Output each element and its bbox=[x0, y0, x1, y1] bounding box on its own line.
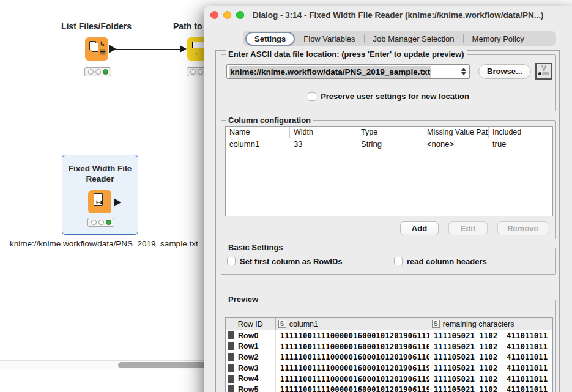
cell-name: column1 bbox=[226, 138, 290, 150]
flow-variable-button[interactable]: V bbox=[535, 63, 552, 80]
output-port[interactable] bbox=[114, 198, 121, 207]
scrollbar-thumb[interactable] bbox=[118, 362, 211, 368]
column-header-name[interactable]: Name bbox=[226, 127, 290, 138]
flow-variable-v-icon: V bbox=[541, 64, 546, 73]
table-row[interactable]: Row0 111110011110000016000101201906111 1… bbox=[226, 330, 552, 341]
table-row[interactable]: column1 33 String <none> true bbox=[226, 138, 552, 150]
row-color-icon bbox=[228, 331, 234, 339]
file-location-group: Enter ASCII data file location: (press '… bbox=[221, 54, 556, 111]
read-headers-checkbox[interactable]: read column headers bbox=[394, 257, 555, 266]
cell-missing-value: <none> bbox=[423, 138, 489, 150]
status-dot-configured bbox=[198, 69, 203, 75]
arrow-icon: → bbox=[192, 50, 199, 56]
column-header-missing-value[interactable]: Missing Value Pat... bbox=[423, 127, 489, 138]
column-config-table[interactable]: Name Width Type Missing Value Pat... Inc… bbox=[225, 126, 553, 216]
flow-variable-dot-icon bbox=[538, 72, 541, 75]
cell-column1: 111110011110000016000101201906111 bbox=[276, 331, 429, 340]
status-dot-executed bbox=[103, 69, 108, 75]
table-row[interactable]: Row2 111110011110000016000101201906110 1… bbox=[226, 352, 552, 363]
cell-remaining: 111105021 1102 411011011 bbox=[429, 385, 552, 392]
node-title: Fixed Width File Reader bbox=[66, 164, 134, 185]
file-location-combobox[interactable]: knime://knime.workflow/data/PNS_2019_sam… bbox=[226, 64, 470, 79]
cell-remaining: 111105021 1102 411011011 bbox=[429, 342, 552, 351]
group-legend: Preview bbox=[226, 295, 261, 304]
checkbox-label: read column headers bbox=[407, 257, 487, 266]
cell-remaining: 111105021 1102 411011011 bbox=[429, 331, 552, 340]
tab-bar: Settings Flow Variables Job Manager Sele… bbox=[243, 31, 556, 46]
tab-settings[interactable]: Settings bbox=[245, 32, 295, 46]
settings-tab-panel: Enter ASCII data file location: (press '… bbox=[215, 50, 560, 392]
edit-button[interactable]: Edit bbox=[448, 221, 488, 235]
row-id: Row5 bbox=[238, 385, 258, 392]
row-color-icon bbox=[228, 353, 234, 361]
column-header-width[interactable]: Width bbox=[290, 127, 357, 138]
status-dot-idle bbox=[91, 220, 97, 225]
table-row[interactable]: Row4 111110011110000016000101201906119 1… bbox=[226, 373, 552, 384]
cell-column1: 111110011110000016000101201906110 bbox=[276, 342, 429, 351]
status-dot-configured bbox=[95, 69, 101, 75]
column-header-label: column1 bbox=[289, 320, 318, 328]
combo-stepper-icon[interactable] bbox=[461, 68, 466, 75]
row-color-icon bbox=[228, 375, 234, 383]
file-location-value: knime://knime.workflow/data/PNS_2019_sam… bbox=[229, 66, 431, 78]
browse-button[interactable]: Browse... bbox=[478, 64, 531, 79]
table-row[interactable]: Row1 111110011110000016000101201906110 1… bbox=[226, 341, 552, 352]
close-icon[interactable] bbox=[210, 11, 218, 19]
preview-group: Preview Row ID S column1 S remaining cha… bbox=[221, 300, 556, 392]
table-header-row: Name Width Type Missing Value Pat... Inc… bbox=[226, 127, 552, 138]
remove-button[interactable]: Remove bbox=[497, 221, 548, 235]
cell-column1: 111110011110000016000101201906119 bbox=[276, 374, 429, 383]
zoom-icon[interactable] bbox=[236, 11, 244, 19]
column-header-type[interactable]: Type bbox=[357, 127, 423, 138]
column-config-buttons: Add Edit Remove bbox=[221, 221, 548, 235]
list-files-node[interactable]: ↳ ☰ bbox=[85, 37, 108, 61]
dialog-title: Dialog - 3:14 - Fixed Width File Reader … bbox=[253, 10, 543, 20]
connection-edge[interactable] bbox=[116, 49, 181, 50]
row-color-icon bbox=[228, 385, 234, 392]
column-configuration-group: Column configuration Name Width Type Mis… bbox=[221, 120, 556, 239]
row-id: Row1 bbox=[238, 342, 258, 350]
string-type-icon: S bbox=[432, 320, 440, 328]
arrow-icon: ↦ bbox=[96, 198, 103, 206]
node-label-list-files: List Files/Folders bbox=[55, 21, 138, 31]
node-status-traffic-light bbox=[84, 67, 111, 76]
connection-arrowhead bbox=[180, 45, 187, 53]
preserve-settings-checkbox[interactable]: Preserve user settings for new location bbox=[308, 92, 469, 101]
output-port[interactable] bbox=[109, 45, 116, 53]
row-id: Row4 bbox=[238, 374, 258, 383]
node-config-dialog: Dialog - 3:14 - Fixed Width File Reader … bbox=[204, 6, 572, 392]
row-color-icon bbox=[228, 342, 234, 350]
checkbox-label: Preserve user settings for new location bbox=[321, 92, 469, 101]
node-status-traffic-light bbox=[87, 218, 114, 227]
table-row[interactable]: Row5 111110011110000016000101201906119 1… bbox=[226, 384, 552, 392]
table-row[interactable]: Row3 111110011110000016000101201906119 1… bbox=[226, 363, 552, 374]
add-button[interactable]: Add bbox=[400, 221, 439, 235]
group-legend: Enter ASCII data file location: (press '… bbox=[226, 50, 467, 59]
column-header-label: remaining characters bbox=[443, 320, 514, 328]
reader-node-icon: ↦ bbox=[88, 190, 111, 213]
cell-type: String bbox=[357, 138, 423, 150]
dialog-titlebar[interactable]: Dialog - 3:14 - Fixed Width File Reader … bbox=[204, 6, 572, 24]
cell-remaining: 111105021 1102 411011011 bbox=[429, 352, 552, 361]
column-header-row-id[interactable]: Row ID bbox=[226, 318, 276, 330]
horizontal-scrollbar[interactable] bbox=[0, 360, 212, 369]
node-sublabel-path: knime://knime.workflow/data/PNS_2019_sam… bbox=[10, 239, 193, 248]
column-header-included[interactable]: Included bbox=[489, 127, 552, 138]
cell-column1: 111110011110000016000101201906119 bbox=[276, 385, 429, 392]
minimize-icon[interactable] bbox=[223, 11, 231, 19]
cell-column1: 111110011110000016000101201906110 bbox=[276, 352, 429, 361]
list-lines-icon: ☰ bbox=[100, 49, 106, 56]
rowids-checkbox[interactable]: Set first column as RowIDs bbox=[227, 257, 388, 266]
fixed-width-file-reader-node[interactable]: Fixed Width File Reader ↦ bbox=[62, 155, 138, 235]
tab-flow-variables[interactable]: Flow Variables bbox=[295, 34, 363, 43]
tab-memory-policy[interactable]: Memory Policy bbox=[464, 34, 533, 43]
cell-remaining: 111105021 1102 411011011 bbox=[429, 363, 552, 372]
column-header-column1[interactable]: S column1 bbox=[276, 318, 429, 330]
checkbox-box[interactable] bbox=[227, 257, 236, 265]
preview-table[interactable]: Row ID S column1 S remaining characters … bbox=[225, 317, 553, 392]
checkbox-box[interactable] bbox=[394, 257, 403, 265]
checkbox-box[interactable] bbox=[308, 92, 316, 101]
column-header-remaining[interactable]: S remaining characters bbox=[429, 318, 552, 330]
cell-remaining: 111105021 1102 411011011 bbox=[429, 374, 552, 383]
tab-job-manager-selection[interactable]: Job Manager Selection bbox=[365, 34, 463, 43]
